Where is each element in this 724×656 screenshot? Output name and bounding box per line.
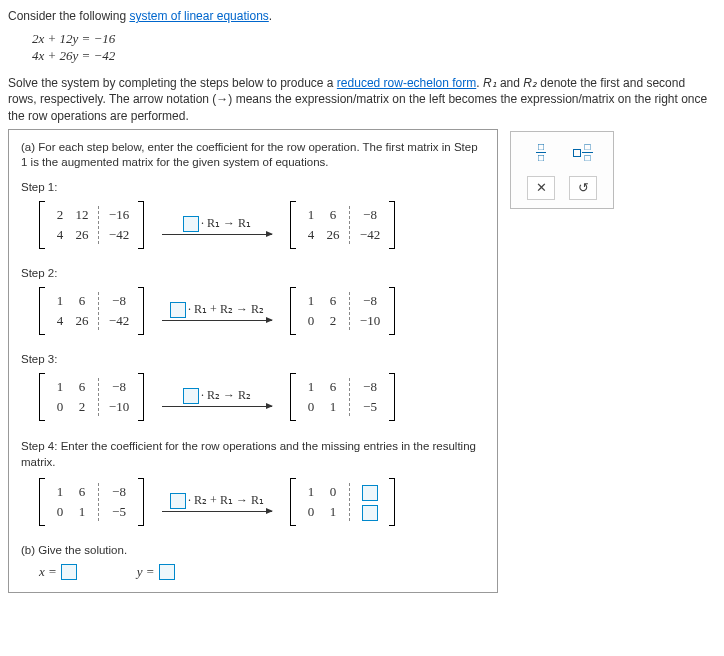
step3-op-text: · R₂ → R₂ [201, 388, 251, 403]
step2-operation: · R₁ + R₂ → R₂ [162, 302, 272, 321]
r1-symbol: R₁ [483, 76, 497, 90]
step4-op-text: · R₂ + R₁ → R₁ [188, 493, 264, 508]
part-b-label: (b) Give the solution. [21, 544, 485, 556]
equation-1: 2x + 12y = −16 [32, 31, 716, 48]
reset-button[interactable]: ↺ [569, 176, 597, 200]
mixed-fraction-button[interactable]: □□ [569, 140, 597, 166]
step2-right-matrix: 16−8 02−10 [290, 287, 395, 335]
x-input[interactable] [61, 564, 77, 580]
step3-label: Step 3: [21, 353, 485, 365]
close-button[interactable]: ✕ [527, 176, 555, 200]
equation-2: 4x + 26y = −42 [32, 48, 716, 65]
step2-op-text: · R₁ + R₂ → R₂ [188, 302, 264, 317]
intro-pre: Consider the following [8, 9, 129, 23]
step4-coef-input[interactable] [170, 493, 186, 509]
step1-row: 212−16 426−42 · R₁ → R₁ 16−8 426−42 [39, 201, 485, 249]
instr-mid: . [476, 76, 483, 90]
y-equals: y = [137, 564, 155, 580]
instr-and: and [497, 76, 524, 90]
step2-row: 16−8 426−42 · R₁ + R₂ → R₂ 16−8 02−10 [39, 287, 485, 335]
link-system-linear-equations[interactable]: system of linear equations [129, 9, 268, 23]
step2-left-matrix: 16−8 426−42 [39, 287, 144, 335]
instructions-text: Solve the system by completing the steps… [8, 75, 716, 125]
instr-pre: Solve the system by completing the steps… [8, 76, 337, 90]
reset-icon: ↺ [578, 180, 589, 195]
arrow-icon [162, 406, 272, 407]
problem-box: (a) For each step below, enter the coeff… [8, 129, 498, 593]
x-equals: x = [39, 564, 57, 580]
step1-coef-input[interactable] [183, 216, 199, 232]
arrow-icon [162, 234, 272, 235]
step4-left-matrix: 16−8 01−5 [39, 478, 144, 526]
solution-row: x = y = [39, 564, 485, 580]
step1-label: Step 1: [21, 181, 485, 193]
step1-right-matrix: 16−8 426−42 [290, 201, 395, 249]
intro-text: Consider the following system of linear … [8, 8, 716, 25]
step4-row: 16−8 01−5 · R₂ + R₁ → R₁ 10 01 [39, 478, 485, 526]
toolbox: □□ □□ ✕ ↺ [510, 131, 614, 209]
close-icon: ✕ [536, 180, 547, 195]
intro-post: . [269, 9, 272, 23]
step3-left-matrix: 16−8 02−10 [39, 373, 144, 421]
step2-coef-input[interactable] [170, 302, 186, 318]
fraction-button[interactable]: □□ [527, 140, 555, 166]
step2-label: Step 2: [21, 267, 485, 279]
step1-operation: · R₁ → R₁ [162, 216, 272, 235]
step3-coef-input[interactable] [183, 388, 199, 404]
equation-block: 2x + 12y = −16 4x + 26y = −42 [32, 31, 716, 65]
step4-entry-r1-input[interactable] [362, 485, 378, 501]
step3-operation: · R₂ → R₂ [162, 388, 272, 407]
step4-text: Step 4: Enter the coefficient for the ro… [21, 439, 485, 470]
link-reduced-row-echelon[interactable]: reduced row-echelon form [337, 76, 476, 90]
step4-entry-r2-input[interactable] [362, 505, 378, 521]
step3-right-matrix: 16−8 01−5 [290, 373, 395, 421]
step4-operation: · R₂ + R₁ → R₁ [162, 493, 272, 512]
part-a-text: (a) For each step below, enter the coeff… [21, 140, 485, 171]
y-input[interactable] [159, 564, 175, 580]
step3-row: 16−8 02−10 · R₂ → R₂ 16−8 01−5 [39, 373, 485, 421]
step1-left-matrix: 212−16 426−42 [39, 201, 144, 249]
step4-right-matrix: 10 01 [290, 478, 395, 526]
arrow-icon [162, 511, 272, 512]
r2-symbol: R₂ [523, 76, 537, 90]
arrow-icon [162, 320, 272, 321]
step1-op-text: · R₁ → R₁ [201, 216, 251, 231]
